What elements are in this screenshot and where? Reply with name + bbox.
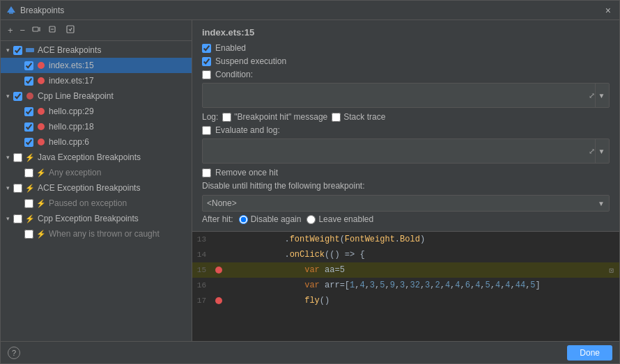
evaluate-input-box[interactable]: ⤢ ▼ [202,139,610,164]
tree-group-ace[interactable]: ▾ ACE Breakpoints [1,42,192,58]
spacer2 [15,77,23,85]
disable-again-option: Disable again [239,214,302,224]
line-num-16: 16 [192,281,213,290]
left-panel: + − [1,20,192,341]
leave-enabled-option: Leave enabled [307,214,373,224]
hello18-checkbox[interactable] [24,122,33,132]
log-stack-label: Stack trace [343,112,385,122]
remove-label: Remove once hit [215,168,278,177]
java-exc-checkbox[interactable] [13,153,22,162]
svg-marker-0 [7,6,15,13]
breakpoint-tree: ▾ ACE Breakpoints index.ets:15 [1,41,192,341]
paused-exc-checkbox[interactable] [24,199,33,208]
tree-item-any-exc[interactable]: ⚡ Any exception [1,165,192,180]
code-16: var arr=[1,4,3,5,9,3,32,3,2,4,4,6,4,5,4,… [224,280,614,290]
line-num-15: 15 [192,266,213,274]
spacer [15,61,23,70]
spacer3 [15,107,23,116]
ace-group-label: ACE Breakpoints [38,45,101,55]
ace-exc-checkbox[interactable] [13,184,22,193]
svg-rect-1 [9,13,13,14]
any-exc-checkbox[interactable] [24,168,33,177]
breakpoint-toolbar: + − [1,20,192,41]
none-dropdown-row: <None> ▼ [202,195,610,214]
tree-group-cpp-exc[interactable]: ▾ ⚡ Cpp Exception Breakpoints [1,211,192,226]
right-panel: index.ets:15 Enabled Suspend execution C… [192,20,619,341]
hello6-checkbox[interactable] [24,138,33,147]
line-num-13: 13 [192,235,213,244]
ace-exc-icon: ⚡ [25,183,35,193]
close-button[interactable]: × [603,6,614,15]
suspend-checkbox[interactable] [202,57,211,66]
tree-group-cpp-line[interactable]: ▾ Cpp Line Breakpoint [1,88,192,104]
restore-icon [65,24,75,34]
cpp-group-label: Cpp Line Breakpoint [38,91,114,101]
line-num-14: 14 [192,251,213,259]
condition-label: Condition: [215,70,253,79]
disable-label: Disable until hitting the following brea… [202,181,364,191]
tree-item-index15[interactable]: index.ets:15 [1,58,192,73]
dropdown-arrow-icon: ▼ [598,200,605,207]
hello6-label: hello.cpp:6 [49,137,89,147]
expand-cpp-exc-icon: ▾ [3,214,12,223]
condition-arrow-button[interactable]: ▼ [595,84,607,107]
index15-checkbox[interactable] [24,61,33,70]
when-thrown-checkbox[interactable] [24,230,33,239]
svg-rect-7 [26,48,34,52]
mute-button[interactable] [29,23,45,38]
condition-checkbox[interactable] [202,70,211,79]
tree-item-when-thrown[interactable]: ⚡ When any is thrown or caught [1,226,192,242]
hello29-checkbox[interactable] [24,107,33,116]
disable-again-radio[interactable] [239,215,248,224]
cpp-exc-icon: ⚡ [25,214,35,223]
tree-item-paused-exc[interactable]: ⚡ Paused on exception [1,196,192,211]
tree-item-hello6[interactable]: hello.cpp:6 [1,134,192,150]
title-bar: Breakpoints × [1,1,619,20]
restore-button[interactable] [63,23,78,38]
code-line-17: 17 fly() [192,293,619,308]
code-14: .onClick(() => { [224,250,614,260]
tree-item-index17[interactable]: index.ets:17 [1,73,192,88]
mute2-button[interactable] [46,23,61,38]
remove-button[interactable]: − [17,24,29,37]
title-bar-left: Breakpoints [6,6,64,15]
hello18-label: hello.cpp:18 [49,122,94,132]
add-button[interactable]: + [5,24,16,37]
none-dropdown[interactable]: <None> ▼ [202,195,610,212]
breakpoint-15 [213,267,224,274]
evaluate-arrow-button[interactable]: ▼ [595,139,607,163]
code-13: .fontWeight(FontWeight.Bold) [224,235,614,244]
cpp-group-checkbox[interactable] [13,92,22,101]
tree-group-java-exc[interactable]: ▾ ⚡ Java Exception Breakpoints [1,150,192,165]
index17-icon [36,76,46,86]
mute-icon [32,24,42,34]
done-button[interactable]: Done [567,345,612,361]
cpp-exc-checkbox[interactable] [13,214,22,223]
breakpoints-dialog: Breakpoints × + − [0,0,620,364]
log-message-checkbox[interactable] [222,113,231,122]
evaluate-row: Evaluate and log: [202,125,610,135]
code-17: fly() [224,296,614,306]
code-area: 13 .fontWeight(FontWeight.Bold) 14 .onCl… [192,231,619,341]
evaluate-checkbox[interactable] [202,126,211,135]
code-line-16: 16 var arr=[1,4,3,5,9,3,32,3,2,4,4,6,4,5… [192,278,619,293]
tree-group-ace-exc[interactable]: ▾ ⚡ ACE Exception Breakpoints [1,180,192,196]
after-hit-label: After hit: [202,214,233,224]
leave-enabled-radio[interactable] [307,215,316,224]
condition-row: Condition: [202,70,610,79]
ace-group-checkbox[interactable] [13,46,22,55]
tree-item-hello18[interactable]: hello.cpp:18 [1,119,192,134]
tree-item-hello29[interactable]: hello.cpp:29 [1,104,192,119]
remove-checkbox[interactable] [202,168,211,177]
any-exc-label: Any exception [49,168,101,177]
expand-java-icon: ▾ [3,153,12,161]
index17-checkbox[interactable] [24,77,33,86]
log-stack-checkbox[interactable] [332,113,341,122]
code-content: 13 .fontWeight(FontWeight.Bold) 14 .onCl… [192,232,619,341]
enabled-checkbox[interactable] [202,44,211,53]
help-button[interactable]: ? [8,347,20,359]
condition-input-box[interactable]: ⤢ ▼ [202,83,610,108]
hello18-icon [36,122,46,132]
condition-expand-button[interactable]: ⤢ [589,91,595,100]
evaluate-expand-button[interactable]: ⤢ [589,147,595,156]
